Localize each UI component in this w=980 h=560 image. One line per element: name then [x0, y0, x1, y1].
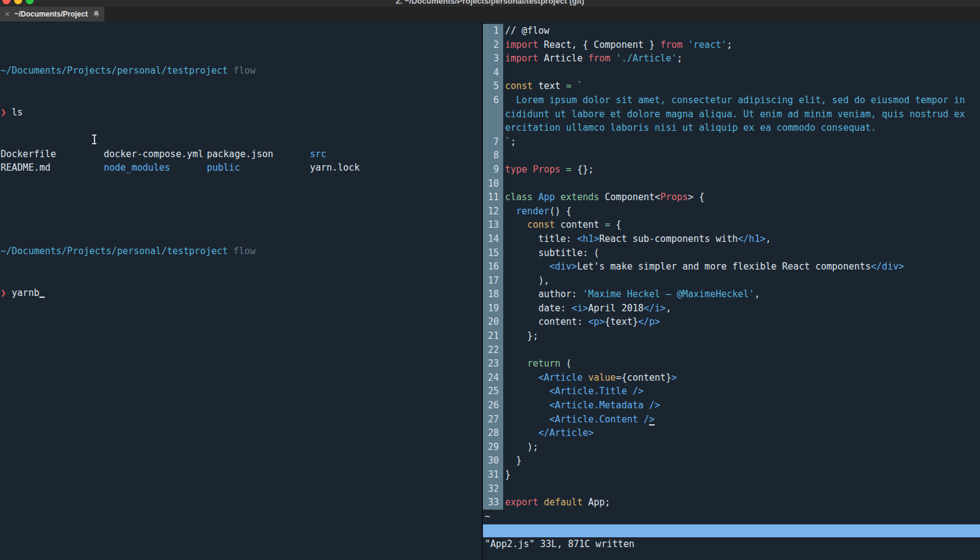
titlebar: 2. ~/Documents/Projects/personal/testpro…: [0, 0, 980, 7]
ls-file: Dockerfile: [1, 147, 104, 161]
code-line: 20 content: <p>{text}</p>: [483, 315, 980, 329]
line-number: 23: [483, 357, 503, 371]
code-line: 23 return (: [483, 357, 980, 371]
tab-documents-project[interactable]: ✕ ~/Documents/Project...: [0, 7, 104, 21]
line-number: 8: [483, 149, 503, 163]
code-line: 16 <div>Let's make simpler and more flex…: [483, 260, 980, 274]
line-number: 13: [483, 218, 503, 232]
vim-statusline: [483, 524, 980, 537]
code-line: 25 <Article.Title />: [483, 384, 980, 399]
line-number: 10: [483, 177, 503, 191]
line-number: 18: [483, 287, 503, 301]
line-number: 22: [483, 343, 503, 357]
line-number: 4: [483, 66, 503, 80]
blank-line: [1, 203, 482, 217]
line-number: 24: [483, 371, 503, 385]
tab-close-icon[interactable]: ✕: [4, 11, 10, 18]
ls-directory: node_modules: [104, 161, 207, 175]
code-line: 30 }: [483, 454, 980, 468]
code-line: 7`;: [483, 135, 980, 149]
shell-path-line: ~/Documents/Projects/personal/testprojec…: [1, 244, 482, 259]
code-line: 1// @flow: [483, 24, 980, 38]
line-number: 6: [483, 93, 503, 107]
code-line: 10: [483, 177, 980, 191]
mouse-ibeam-cursor: [91, 134, 97, 144]
terminal-cursor: [39, 289, 45, 298]
code-line: 28 </Article>: [483, 426, 980, 440]
line-number: 33: [483, 496, 503, 510]
code-line: 21 };: [483, 329, 980, 343]
line-number: 32: [483, 482, 503, 496]
tab-label: ~/Documents/Project...: [14, 10, 88, 18]
code-line: 8: [483, 149, 980, 163]
code-line: 31}: [483, 468, 980, 482]
line-number: 31: [483, 468, 503, 482]
window-title: 2. ~/Documents/Projects/personal/testpro…: [0, 0, 980, 6]
vim-status-message: "App2.js" 33L, 871C written: [483, 537, 980, 551]
code-line: 14 title: <h1>React sub-components with<…: [483, 232, 980, 246]
git-branch-label: flow: [228, 246, 255, 257]
line-number: 3: [483, 52, 503, 66]
code-line: ercitation ullamco laboris nisi ut aliqu…: [483, 121, 980, 135]
ls-directory: src: [310, 147, 482, 161]
ls-file: package.json: [207, 147, 310, 161]
code-line: 6 Lorem ipsum dolor sit amet, consectetu…: [483, 93, 980, 107]
cwd-path: ~/Documents/Projects/personal/testprojec…: [1, 65, 228, 76]
vim-cursor: >: [649, 414, 655, 425]
code-line: 19 date: <i>April 2018</i>,: [483, 301, 980, 316]
code-line: 22: [483, 343, 980, 357]
code-line: 24 <Article value={content}>: [483, 371, 980, 385]
cwd-path: ~/Documents/Projects/personal/testprojec…: [1, 246, 228, 257]
code-line: 4: [483, 66, 980, 80]
line-number: 21: [483, 329, 503, 343]
shell-pane[interactable]: ~/Documents/Projects/personal/testprojec…: [0, 21, 482, 560]
prompt-symbol: ❯: [1, 287, 6, 298]
editor-lines: 1// @flow2import React, { Component } fr…: [483, 24, 980, 510]
code-line: 9type Props = {};: [483, 163, 980, 177]
line-number: 19: [483, 301, 503, 316]
code-line: 5const text = `: [483, 79, 980, 93]
shell-input-line[interactable]: ❯ yarnb: [1, 286, 482, 300]
line-number: 16: [483, 260, 503, 274]
line-number: 26: [483, 399, 503, 413]
prompt-symbol: ❯: [1, 107, 6, 118]
line-number: 29: [483, 440, 503, 454]
code-line: 27 <Article.Content />: [483, 413, 980, 427]
shell-command-line: ❯ ls: [1, 106, 482, 120]
bell-icon: [93, 10, 100, 18]
code-line: 2import React, { Component } from 'react…: [483, 38, 980, 52]
shell-path-line: ~/Documents/Projects/personal/testprojec…: [1, 64, 482, 78]
code-line: 12 render() {: [483, 204, 980, 219]
line-number: 14: [483, 232, 503, 246]
code-line: 13 const content = {: [483, 218, 980, 232]
ls-output: Dockerfiledocker-compose.ymlpackage.json…: [1, 147, 482, 175]
line-number: [483, 121, 503, 135]
line-number: 25: [483, 384, 503, 399]
line-number: 15: [483, 246, 503, 260]
ls-directory: public: [207, 161, 310, 175]
line-number: 12: [483, 204, 503, 219]
line-number: 11: [483, 190, 503, 204]
code-line: 33export default App;: [483, 496, 980, 510]
typed-command: yarnb: [12, 287, 39, 298]
line-number: 27: [483, 413, 503, 427]
code-line: 11class App extends Component<Props> {: [483, 190, 980, 204]
command-text: ls: [12, 107, 23, 118]
git-branch-label: flow: [228, 65, 255, 76]
code-line: 3import Article from './Article';: [483, 52, 980, 66]
line-number: 1: [483, 24, 503, 38]
code-line: 18 author: 'Maxime Heckel — @MaximeHecke…: [483, 287, 980, 301]
line-number: 28: [483, 426, 503, 440]
ls-file: docker-compose.yml: [104, 147, 207, 161]
line-number: 20: [483, 315, 503, 329]
line-number: 9: [483, 163, 503, 177]
vim-pane[interactable]: 1// @flow2import React, { Component } fr…: [482, 21, 980, 560]
line-number: 7: [483, 135, 503, 149]
code-line: 26 <Article.Metadata />: [483, 399, 980, 413]
code-line: 17 ),: [483, 274, 980, 288]
vim-empty-line: ~: [483, 510, 980, 524]
line-number: 5: [483, 79, 503, 93]
code-line: cididunt ut labore et dolore magna aliqu…: [483, 107, 980, 122]
code-line: 32: [483, 482, 980, 496]
code-line: 15 subtitle: (: [483, 246, 980, 260]
